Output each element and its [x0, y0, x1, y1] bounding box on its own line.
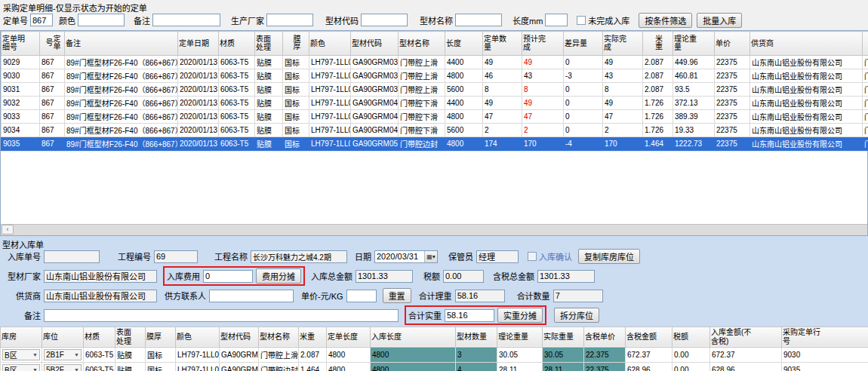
- total-amount-input[interactable]: [356, 270, 413, 283]
- warehouse-select[interactable]: B区▼: [2, 364, 40, 371]
- date-picker[interactable]: ▦▾: [374, 250, 438, 263]
- profile-name-filter-input[interactable]: [455, 14, 502, 26]
- order-cell: 47: [522, 109, 564, 123]
- fee-allocate-button[interactable]: 费用分摊: [256, 268, 301, 284]
- horizontal-scrollbar[interactable]: ‹: [1, 224, 867, 235]
- inbound-confirm-checkbox[interactable]: [528, 252, 537, 261]
- inbound-cell[interactable]: 4: [456, 362, 497, 371]
- calendar-dropdown-icon[interactable]: ▦▾: [424, 251, 437, 262]
- total-actual-weight-input[interactable]: [445, 309, 494, 322]
- col-header-17[interactable]: 入库金额(不 含税): [710, 327, 782, 347]
- inbound-row[interactable]: B区▼2B1F▼6063-T5贴膜国标LH797-1LL0GA90GRM03门带…: [1, 347, 868, 362]
- order-row[interactable]: 903586789#门框型材F26-F40（866+867）2020/01/13…: [2, 136, 868, 150]
- col-header-15[interactable]: 米重: [643, 32, 673, 56]
- col-header-7[interactable]: 颜色: [309, 32, 351, 56]
- manufacturer-filter-input[interactable]: [266, 14, 313, 26]
- order-cell: 0: [564, 55, 603, 69]
- supplier-contact-input[interactable]: [209, 290, 294, 302]
- inbound-cell[interactable]: 30.05: [543, 347, 584, 362]
- actual-weight-allocate-button[interactable]: 实重分摊: [497, 308, 543, 323]
- col-header-4[interactable]: 材质: [219, 32, 255, 56]
- project-name-input[interactable]: [251, 250, 347, 263]
- order-row[interactable]: 903286789#门框型材F26-F40（866+867）2020/01/13…: [2, 96, 868, 109]
- col-header-15[interactable]: 含税金额: [626, 327, 673, 347]
- col-header-8[interactable]: 米重: [299, 327, 327, 347]
- inbound-cell[interactable]: 4800: [371, 362, 456, 371]
- order-no-input[interactable]: [30, 14, 53, 26]
- col-header-16[interactable]: 税额: [673, 327, 710, 347]
- col-header-3[interactable]: 表面 处理: [115, 327, 146, 347]
- order-cell: GA90GRM03: [351, 82, 399, 96]
- copy-warehouse-button[interactable]: 复制库房库位: [578, 249, 640, 264]
- reset-button[interactable]: 重置: [383, 288, 411, 303]
- col-header-1[interactable]: 定单号: [40, 32, 65, 56]
- order-row[interactable]: 903486789#门框型材F26-F40（866+867）2020/01/13…: [2, 123, 868, 136]
- order-row[interactable]: 902986789#门框型材F26-F40（866+867）2020/01/13…: [2, 55, 868, 69]
- project-no-input[interactable]: [154, 250, 198, 263]
- inbound-cell[interactable]: 28.11: [543, 362, 584, 371]
- col-header-4[interactable]: 膜厚: [146, 327, 176, 347]
- col-header-17[interactable]: 单价: [715, 32, 750, 56]
- total-qty-input[interactable]: [553, 290, 603, 302]
- split-location-button[interactable]: 拆分库位: [554, 308, 599, 323]
- length-filter-input[interactable]: [545, 14, 568, 26]
- unit-price-input[interactable]: [346, 290, 377, 302]
- col-header-12[interactable]: 预计完 成: [522, 32, 564, 56]
- inbound-no-input[interactable]: [44, 250, 100, 263]
- clipped-column-fragment: 门: [863, 82, 868, 96]
- material-factory-input[interactable]: [44, 270, 157, 283]
- col-header-1[interactable]: 库位: [42, 327, 84, 347]
- inbound-fee-input[interactable]: [203, 270, 253, 283]
- color-filter-input[interactable]: [78, 14, 125, 26]
- profile-code-filter-input[interactable]: [361, 14, 408, 26]
- col-header-16[interactable]: 理论重 量: [673, 32, 715, 56]
- order-row[interactable]: 903186789#门框型材F26-F40（866+867）2020/01/13…: [2, 82, 868, 96]
- total-with-tax-input[interactable]: [537, 270, 595, 283]
- col-header-6[interactable]: 型材代码: [220, 327, 259, 347]
- keeper-input[interactable]: [476, 250, 519, 263]
- col-header-5[interactable]: 表面 处理: [255, 32, 283, 56]
- inbound-cell[interactable]: 3: [456, 347, 497, 362]
- col-header-18[interactable]: 供货商: [750, 32, 863, 56]
- inbound-row[interactable]: B区▼5B2F▼6063-T5贴膜国标LH797-1LL0GA90GRM05门带…: [1, 362, 868, 371]
- inbound-cell[interactable]: 22.375: [584, 362, 626, 371]
- col-header-14[interactable]: 含税单价: [584, 327, 626, 347]
- col-header-8[interactable]: 型材代码: [351, 32, 399, 56]
- warehouse-select[interactable]: B区▼: [2, 349, 40, 360]
- total-theory-weight-input[interactable]: [455, 290, 505, 302]
- col-header-10[interactable]: 入库长度: [371, 327, 456, 347]
- location-select[interactable]: 5B2F▼: [44, 364, 82, 371]
- col-header-9[interactable]: 定单长度: [327, 327, 371, 347]
- remark-input[interactable]: [44, 309, 399, 322]
- col-header-7[interactable]: 型材名称: [259, 327, 299, 347]
- location-select[interactable]: 2B1F▼: [44, 349, 82, 360]
- col-header-0[interactable]: 库房: [1, 327, 42, 347]
- inbound-cell[interactable]: 22.375: [584, 347, 626, 362]
- col-header-2[interactable]: 材质: [84, 327, 115, 347]
- col-header-14[interactable]: 实际完 成: [603, 32, 643, 56]
- order-row[interactable]: 903386789#门框型材F26-F40（866+867）2020/01/13…: [2, 109, 868, 123]
- inbound-cell[interactable]: 4800: [371, 347, 456, 362]
- col-header-6[interactable]: 膜厚: [283, 32, 309, 56]
- order-cell: 2020/01/13: [178, 136, 219, 150]
- filter-by-condition-button[interactable]: 按条件筛选: [639, 13, 692, 28]
- col-header-0[interactable]: 定单明 细号: [2, 32, 40, 56]
- col-header-5[interactable]: 颜色: [176, 327, 220, 347]
- remark-filter-input[interactable]: [152, 14, 220, 26]
- order-row[interactable]: 903086789#门框型材F26-F40（866+867）2020/01/13…: [2, 69, 868, 82]
- col-header-3[interactable]: 定单日期: [178, 32, 219, 56]
- batch-inbound-button[interactable]: 批量入库: [697, 13, 742, 28]
- col-header-13[interactable]: 差异量: [564, 32, 603, 56]
- col-header-13[interactable]: 实际重量: [543, 327, 584, 347]
- col-header-2[interactable]: 备注: [65, 32, 178, 56]
- col-header-12[interactable]: 理论重量: [497, 327, 543, 347]
- col-header-9[interactable]: 型材名称: [399, 32, 445, 56]
- col-header-11[interactable]: 型材数量: [456, 327, 497, 347]
- unfinished-checkbox[interactable]: [577, 16, 586, 25]
- scroll-left-icon[interactable]: ‹: [2, 225, 14, 235]
- col-header-10[interactable]: 长度: [445, 32, 483, 56]
- col-header-18[interactable]: 采购定单行 号: [782, 327, 868, 347]
- supplier-input[interactable]: [44, 290, 157, 302]
- col-header-11[interactable]: 定单数 量: [483, 32, 522, 56]
- tax-input[interactable]: [443, 270, 484, 283]
